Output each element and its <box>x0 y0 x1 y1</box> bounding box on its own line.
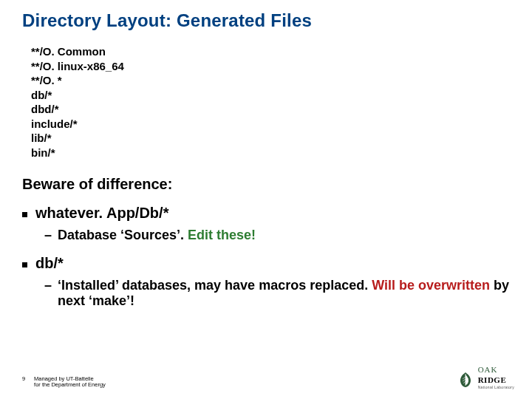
bullet-db: db/* <box>22 255 510 272</box>
footer-text: Managed by UT-Battelle for the Departmen… <box>34 376 106 389</box>
path-line: db/* <box>31 88 510 103</box>
path-line: include/* <box>31 117 510 132</box>
page-number: 9 <box>22 376 30 383</box>
path-line: dbd/* <box>31 102 510 117</box>
logo-word-ridge: RIDGE <box>478 375 507 384</box>
logo-word-oak: OAK <box>478 365 498 374</box>
footer-line2: for the Department of Energy <box>34 381 106 388</box>
path-line: **/O. Common <box>31 44 510 59</box>
path-line: **/O. linux-x86_64 <box>31 59 510 74</box>
path-line: **/O. * <box>31 73 510 88</box>
footer: 9 Managed by UT-Battelle for the Departm… <box>22 376 106 389</box>
overwritten-text: Will be overwritten <box>372 278 494 293</box>
path-line: bin/* <box>31 146 510 160</box>
slide-title: Directory Layout: Generated Files <box>22 10 510 31</box>
oak-leaf-icon <box>457 371 474 389</box>
generated-paths-block: **/O. Common **/O. linux-x86_64 **/O. * … <box>31 44 510 160</box>
slide: Directory Layout: Generated Files **/O. … <box>0 0 532 399</box>
logo-text: OAK RIDGE National Laboratory <box>478 364 514 389</box>
oak-ridge-logo: OAK RIDGE National Laboratory <box>457 364 514 389</box>
path-line: lib/* <box>31 131 510 146</box>
sub-installed-db: ‘Installed’ databases, may have macros r… <box>44 278 510 309</box>
logo-subtext: National Laboratory <box>478 386 514 389</box>
sub-database-sources: Database ‘Sources’. Edit these! <box>44 228 510 243</box>
sub-text: Database ‘Sources’. <box>58 228 188 242</box>
beware-heading: Beware of difference: <box>22 176 510 193</box>
bullet-whatever-app-db: whatever. App/Db/* <box>22 205 510 222</box>
sub-text: ‘Installed’ databases, may have macros r… <box>58 278 372 293</box>
edit-these-text: Edit these! <box>188 228 256 242</box>
